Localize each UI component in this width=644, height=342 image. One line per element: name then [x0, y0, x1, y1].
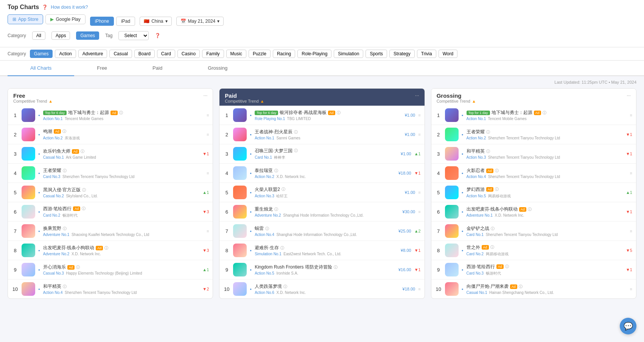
info-icon[interactable]: ⓘ: [104, 245, 108, 251]
cat-casino[interactable]: Casino: [177, 50, 200, 58]
cat-roleplaying[interactable]: Role-Playing: [297, 50, 331, 58]
table-row[interactable]: 3 ● 和平精英 ⓘ Action No.3 Shenzhen Tencent …: [431, 144, 636, 164]
ipad-tab[interactable]: iPad: [116, 17, 135, 26]
tab-all-charts[interactable]: All Charts: [8, 61, 74, 76]
table-row[interactable]: 4 ● 泰拉瑞亚 ⓘ Action No.2 X.D. Network Inc.: [219, 164, 424, 183]
info-icon[interactable]: ⓘ: [82, 187, 86, 193]
info-icon[interactable]: ⓘ: [274, 207, 278, 212]
games-filter-btn[interactable]: Games: [76, 31, 99, 40]
cat-simulation[interactable]: Simulation: [334, 50, 363, 58]
table-row[interactable]: 6 ● 出发吧麦芬·线条小狗联动 Ad ⓘ Adventure No.1 X.D…: [431, 202, 636, 222]
table-row[interactable]: 9 ● 西游·笔绘西行 Ad ⓘ Card No.3 畅游时代: [431, 260, 636, 280]
table-row[interactable]: 2 ● 王者战神·烈火星辰 ⓘ Action No.1 Sanmi Games: [219, 125, 424, 144]
table-row[interactable]: 8 ● 避难所·生存 ⓘ Simulation No.1 East2west N…: [219, 241, 424, 260]
help-link[interactable]: How does it work?: [51, 5, 88, 10]
table-row[interactable]: 9 ● 开心消海乐 Ad ⓘ Casual No.3 Happy Element…: [8, 260, 213, 280]
info-icon[interactable]: ⓘ: [490, 245, 494, 250]
apps-filter-btn[interactable]: Apps: [51, 31, 70, 40]
table-row[interactable]: 3 ● 召唤三国·大梦三国 ⓘ Card No.1 棒棒李 ¥1.00: [219, 144, 424, 164]
info-icon[interactable]: ⓘ: [337, 110, 341, 116]
info-icon[interactable]: ⓘ: [519, 284, 523, 289]
table-row[interactable]: 8 ● 出发吧麦芬·线条小狗联动 Ad ⓘ Adventure No.2 X.D…: [8, 241, 213, 260]
table-row[interactable]: 1 ● Top for 1 day 地下城与勇士：起源 Ad ⓘ Action …: [431, 106, 636, 125]
table-row[interactable]: 10 ● 和平精英 ⓘ Action No.4 Shenzhen Tencent…: [8, 280, 213, 298]
info-icon[interactable]: ⓘ: [274, 168, 278, 173]
appstore-tab[interactable]: ⊞ App Store: [8, 14, 43, 24]
table-row[interactable]: 2 ● 王者荣耀 ⓘ Action No.2 Shenzhen Tencent …: [431, 125, 636, 144]
tab-free[interactable]: Free: [74, 61, 130, 76]
info-icon[interactable]: ⓘ: [81, 149, 84, 154]
tab-grossing[interactable]: Grossing: [185, 61, 250, 76]
info-icon[interactable]: ⓘ: [82, 206, 86, 211]
table-row[interactable]: 3 ● 欢乐钓鱼大师 Ad ⓘ Casual No.1 Ark Game Lim…: [8, 144, 213, 164]
tag-select[interactable]: Select: [118, 31, 149, 40]
info-icon[interactable]: ⓘ: [486, 130, 490, 135]
info-icon[interactable]: ⓘ: [334, 265, 338, 270]
cat-casual[interactable]: Casual: [109, 50, 132, 58]
info-icon[interactable]: ⓘ: [76, 265, 80, 270]
info-icon[interactable]: ⓘ: [528, 207, 532, 212]
free-chart-menu[interactable]: ···: [203, 92, 207, 98]
table-row[interactable]: 7 ● 金铲铲之战 ⓘ Card No.1 Shenzhen Tencent T…: [431, 222, 636, 241]
info-icon[interactable]: ⓘ: [495, 168, 499, 173]
table-row[interactable]: 4 ● 王者荣耀 ⓘ Card No.3 Shenzhen Tencent Ti…: [8, 164, 213, 183]
googleplay-tab[interactable]: ▶ Google Play: [45, 14, 85, 24]
info-icon[interactable]: ⓘ: [63, 168, 67, 173]
country-select[interactable]: 🇨🇳 China ▾: [140, 17, 171, 26]
info-icon[interactable]: ⓘ: [495, 187, 499, 192]
info-icon[interactable]: ⓘ: [543, 110, 546, 116]
table-row[interactable]: 7 ● 蜗雷 ⓘ Action No.4 Shanghai Hode Infor…: [219, 222, 424, 241]
info-icon[interactable]: ⓘ: [62, 129, 66, 134]
grossing-chart-menu[interactable]: ···: [627, 92, 631, 98]
info-icon[interactable]: ⓘ: [491, 226, 495, 231]
info-icon[interactable]: ⓘ: [280, 245, 284, 251]
info-icon[interactable]: ⓘ: [63, 284, 67, 289]
table-row[interactable]: 7 ● 换乘荒野 ⓘ Adventure No.1 Shaoxing Kuaif…: [8, 222, 213, 241]
table-row[interactable]: 2 ● 鸣潮 Ad ⓘ Action No.2 库洛游戏 ≡: [8, 125, 213, 144]
table-row[interactable]: 6 ● 西游·笔绘西行 Ad ⓘ Card No.2 畅游时代: [8, 202, 213, 222]
table-row[interactable]: 1 ● Top for 6 day 银河掠夺者·再战星海板 Ad ⓘ Role …: [219, 106, 424, 125]
cat-games[interactable]: Games: [30, 50, 53, 58]
info-icon[interactable]: ⓘ: [486, 149, 490, 154]
tab-paid[interactable]: Paid: [130, 61, 185, 76]
info-icon[interactable]: ⓘ: [63, 226, 67, 231]
iphone-tab[interactable]: iPhone: [90, 17, 114, 26]
table-row[interactable]: 6 ● 重生烛龙 ⓘ Adventure No.2 Shanghai Hode …: [219, 202, 424, 222]
paid-chart-menu[interactable]: ···: [415, 92, 419, 98]
cat-board[interactable]: Board: [134, 50, 155, 58]
cat-word[interactable]: Word: [439, 50, 457, 58]
rank-number: 7: [12, 228, 19, 234]
table-row[interactable]: 4 ● 火影忍者 Ad ⓘ Action No.4 Shenzhen Tence…: [431, 164, 636, 183]
table-row[interactable]: 10 ● 向僵尸开炮·尸潮来袭 Ad ⓘ Casual No.1 Hainan …: [431, 280, 636, 298]
cat-strategy[interactable]: Strategy: [389, 50, 415, 58]
info-icon[interactable]: ⓘ: [294, 148, 298, 153]
info-icon[interactable]: ⓘ: [119, 110, 123, 116]
info-icon[interactable]: ⓘ: [505, 264, 509, 269]
cat-trivia[interactable]: Trivia: [417, 50, 436, 58]
all-filter-btn[interactable]: All: [32, 31, 45, 40]
info-icon[interactable]: ⓘ: [294, 130, 298, 135]
table-row[interactable]: 5 ● 火柴人联盟2 ⓘ Action No.3 哈轩王 ¥1.00: [219, 183, 424, 202]
cat-racing[interactable]: Racing: [273, 50, 295, 58]
table-row[interactable]: 10 ● 人类跌落梦境 ⓘ Action No.6 X.D. Network I…: [219, 280, 424, 298]
table-row[interactable]: 9 ● Kingdom Rush Frontiers 塔防史诗冒险 ⓘ Acti…: [219, 260, 424, 280]
cat-card[interactable]: Card: [157, 50, 175, 58]
cat-action[interactable]: Action: [55, 50, 76, 58]
table-row[interactable]: 1 ● Top for 6 day 地下城与勇士：起源 Ad ⓘ Action …: [8, 106, 213, 125]
rank-change: ▼1: [626, 267, 632, 272]
table-row[interactable]: 8 ● 世之外 Ad ⓘ Card No.2 网易移动游戏: [431, 241, 636, 260]
date-select[interactable]: 📅 May 21, 2024 ▾: [176, 17, 224, 26]
rank-number: 1: [12, 112, 19, 118]
table-row[interactable]: 5 ● 梦幻西游 Ad ⓘ Action No.5 网易移动游戏: [431, 183, 636, 202]
cat-puzzle[interactable]: Puzzle: [249, 50, 271, 58]
rank-change: ▼1: [626, 209, 632, 214]
info-icon[interactable]: ⓘ: [265, 226, 269, 231]
cat-family[interactable]: Family: [202, 50, 224, 58]
info-icon[interactable]: ⓘ: [282, 187, 285, 192]
cat-sports[interactable]: Sports: [366, 50, 387, 58]
cat-adventure[interactable]: Adventure: [78, 50, 107, 58]
cat-music[interactable]: Music: [226, 50, 246, 58]
info-icon[interactable]: ⓘ: [283, 284, 287, 289]
app-sub: Card No.1 Shenzhen Tencent Tianyou Techn…: [467, 233, 627, 237]
table-row[interactable]: 5 ● 黑洞入侵·官方正版 ⓘ Casual No.2 SkyIsland Co…: [8, 183, 213, 202]
